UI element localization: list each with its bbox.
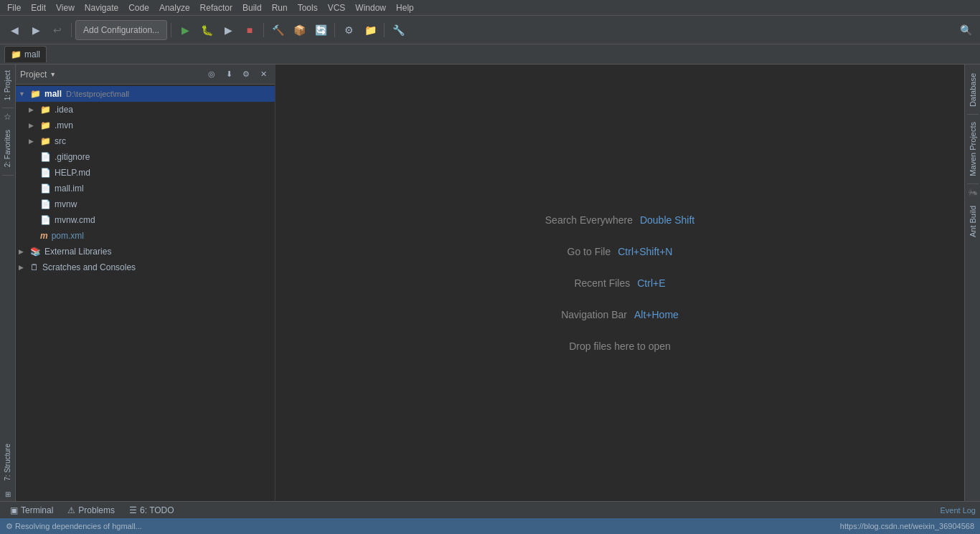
file-icon-mvnw: 📄 xyxy=(40,199,51,209)
grid-icon[interactable]: ⊞ xyxy=(1,487,15,501)
hint-label-search: Search Everywhere xyxy=(545,214,633,226)
arrow-scratches: ▶ xyxy=(19,264,29,271)
file-icon-mvnwcmd: 📄 xyxy=(40,215,51,225)
hint-label-navbar: Navigation Bar xyxy=(561,309,627,320)
right-tab-database[interactable]: Database xyxy=(966,67,979,113)
menu-refactor[interactable]: Refactor xyxy=(196,1,237,14)
hint-row-recent: Recent Files Ctrl+E xyxy=(574,277,665,289)
forward-button[interactable]: ▶ xyxy=(26,20,46,40)
event-log-link[interactable]: Event Log xyxy=(940,506,976,515)
separator-2 xyxy=(171,23,171,37)
tree-item-external[interactable]: ▶ 📚 External Libraries xyxy=(16,244,275,259)
tree-item-helpmd[interactable]: ▶ 📄 HELP.md xyxy=(16,165,275,181)
menu-vcs[interactable]: VCS xyxy=(324,1,350,14)
menu-run[interactable]: Run xyxy=(268,1,292,14)
bottom-tab-todo[interactable]: ☰ 6: TODO xyxy=(123,504,180,517)
project-close[interactable]: ✕ xyxy=(256,67,270,82)
project-panel: Project ▼ ◎ ⬇ ⚙ ✕ ▼ 📁 mall D:\testprojec… xyxy=(16,65,275,501)
debug-button[interactable]: 🐛 xyxy=(197,20,217,40)
bottom-tab-terminal[interactable]: ▣ Terminal xyxy=(4,504,59,517)
tree-label-mvnwcmd: mvnw.cmd xyxy=(55,215,95,225)
menu-navigate[interactable]: Navigate xyxy=(80,1,123,14)
menu-tools[interactable]: Tools xyxy=(293,1,322,14)
tree-item-malliml[interactable]: ▶ 📄 mall.iml xyxy=(16,181,275,196)
menu-file[interactable]: File xyxy=(3,1,25,14)
arrow-external: ▶ xyxy=(19,248,29,255)
right-sidebar: Database Maven Projects 🐜 Ant Build xyxy=(964,65,980,501)
stop-button[interactable]: ■ xyxy=(240,20,260,40)
tree-label-scratches: Scratches and Consoles xyxy=(42,262,136,272)
favorites-tab-vertical[interactable]: 2: Favorites xyxy=(2,124,13,173)
menu-bar: File Edit View Navigate Code Analyze Ref… xyxy=(0,0,980,16)
file-icon-scratches: 🗒 xyxy=(30,262,39,272)
hint-shortcut-search: Double Shift xyxy=(640,214,694,226)
hint-shortcut-goto: Ctrl+Shift+N xyxy=(618,246,672,257)
hint-row-search: Search Everywhere Double Shift xyxy=(545,214,694,226)
tree-item-mvn[interactable]: ▶ 📁 .mvn xyxy=(16,118,275,133)
search-everywhere-toolbar[interactable]: 🔍 xyxy=(956,20,976,40)
run-button[interactable]: ▶ xyxy=(175,20,195,40)
tree-item-scratches[interactable]: ▶ 🗒 Scratches and Consoles xyxy=(16,259,275,275)
tree-path-mall: D:\testproject\mall xyxy=(66,90,129,98)
file-icon-malliml: 📄 xyxy=(40,183,51,194)
structure-tab-vertical[interactable]: 7: Structure xyxy=(2,438,13,487)
menu-code[interactable]: Code xyxy=(124,1,154,14)
build-project-button[interactable]: 🔨 xyxy=(268,20,288,40)
tree-item-gitignore[interactable]: ▶ 📄 .gitignore xyxy=(16,149,275,165)
file-icon-external: 📚 xyxy=(30,247,41,257)
bottom-tab-problems[interactable]: ⚠ Problems xyxy=(62,504,121,517)
tree-label-gitignore: .gitignore xyxy=(55,152,90,162)
menu-help[interactable]: Help xyxy=(392,1,418,14)
tab-mall[interactable]: 📁 mall xyxy=(4,46,47,62)
separator-5 xyxy=(384,23,385,37)
project-structure-button[interactable]: 📁 xyxy=(360,20,380,40)
menu-view[interactable]: View xyxy=(52,1,79,14)
project-collapse-all[interactable]: ⬇ xyxy=(222,67,236,82)
tree-label-pomxml: pom.xml xyxy=(52,231,84,241)
ant-icon[interactable]: 🐜 xyxy=(966,186,980,200)
far-left-sidebar: 1: Project ☆ 2: Favorites 7: Structure ⊞ xyxy=(0,65,16,501)
menu-window[interactable]: Window xyxy=(351,1,390,14)
star-icon[interactable]: ☆ xyxy=(1,110,15,124)
toolbar: ◀ ▶ ↩ Add Configuration... ▶ 🐛 ▶ ■ 🔨 📦 🔄… xyxy=(0,16,980,44)
menu-analyze[interactable]: Analyze xyxy=(155,1,194,14)
tree-label-mall: mall xyxy=(44,89,62,99)
project-dropdown-arrow: ▼ xyxy=(50,71,56,78)
status-url[interactable]: https://blog.csdn.net/weixin_36904568 xyxy=(840,522,974,530)
project-tab-vertical[interactable]: 1: Project xyxy=(2,65,13,106)
project-label: Project xyxy=(20,70,47,80)
tree-item-idea[interactable]: ▶ 📁 .idea xyxy=(16,102,275,118)
folder-icon-mvn: 📁 xyxy=(40,120,51,130)
terminal-label: Terminal xyxy=(21,505,53,515)
right-tab-maven[interactable]: Maven Projects xyxy=(966,116,979,182)
project-scope-button[interactable]: ◎ xyxy=(204,67,219,82)
add-configuration-button[interactable]: Add Configuration... xyxy=(75,20,167,40)
run-with-coverage[interactable]: ▶ xyxy=(218,20,238,40)
hint-label-goto: Go to File xyxy=(567,246,611,257)
tree-item-src[interactable]: ▶ 📁 src xyxy=(16,133,275,149)
tree-item-mvnw[interactable]: ▶ 📄 mvnw xyxy=(16,196,275,212)
sdk-button[interactable]: 🔧 xyxy=(388,20,408,40)
settings-button[interactable]: ⚙ xyxy=(339,20,359,40)
build-artifacts-button[interactable]: 📦 xyxy=(289,20,309,40)
tree-item-mvnwcmd[interactable]: ▶ 📄 mvnw.cmd xyxy=(16,212,275,228)
menu-edit[interactable]: Edit xyxy=(27,1,50,14)
menu-build[interactable]: Build xyxy=(238,1,266,14)
project-title-dropdown[interactable]: Project ▼ xyxy=(20,70,56,80)
hint-row-goto: Go to File Ctrl+Shift+N xyxy=(567,246,673,257)
undo-button[interactable]: ↩ xyxy=(47,20,67,40)
left-tab-separator-2 xyxy=(2,175,14,176)
tree-item-mall[interactable]: ▼ 📁 mall D:\testproject\mall xyxy=(16,86,275,102)
tab-bar: 📁 mall xyxy=(0,44,980,65)
folder-icon-src: 📁 xyxy=(40,136,51,146)
project-settings[interactable]: ⚙ xyxy=(239,67,253,82)
folder-icon-idea: 📁 xyxy=(40,105,51,115)
file-icon-gitignore: 📄 xyxy=(40,152,51,162)
back-button[interactable]: ◀ xyxy=(4,20,24,40)
editor-area: Search Everywhere Double Shift Go to Fil… xyxy=(275,65,964,501)
update-button[interactable]: 🔄 xyxy=(311,20,331,40)
separator-4 xyxy=(334,23,335,37)
tree-item-pomxml[interactable]: ▶ m pom.xml xyxy=(16,228,275,244)
right-tab-ant[interactable]: Ant Build xyxy=(966,200,979,243)
left-tab-separator-1 xyxy=(2,108,14,108)
